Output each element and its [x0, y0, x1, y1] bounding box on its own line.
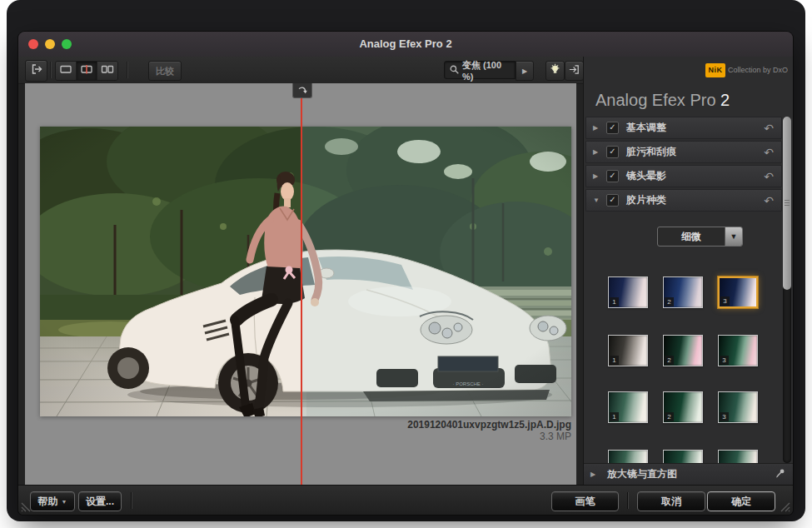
film-thumbnail-number: 3 — [720, 296, 730, 306]
panel-checkbox[interactable]: ✓ — [606, 170, 619, 182]
panel-checkbox[interactable]: ✓ — [606, 146, 619, 158]
film-thumbnail-r4-3[interactable]: 3 — [718, 450, 758, 463]
view-mode-group — [55, 61, 118, 81]
settings-label: 设置... — [86, 495, 114, 509]
ok-label: 确定 — [731, 495, 751, 509]
compare-button[interactable]: 比较 — [148, 61, 182, 81]
film-grid: 123123123123 — [584, 265, 782, 463]
chevron-right-icon[interactable]: ▶ — [593, 148, 601, 156]
sidebar-title-text: Analog Efex Pro — [595, 91, 716, 109]
reset-icon[interactable]: ↶ — [764, 195, 774, 207]
split-preview-line[interactable] — [301, 83, 302, 485]
toolbar-separator — [127, 62, 127, 78]
film-thumbnail-number: 1 — [610, 297, 619, 306]
curved-arrow-icon — [296, 83, 308, 98]
help-button[interactable]: 帮助 ▼ — [30, 491, 75, 511]
split-view-icon — [80, 62, 93, 79]
reset-icon[interactable]: ↶ — [764, 171, 774, 182]
reset-icon[interactable]: ↶ — [764, 147, 774, 158]
film-thumbnail-number: 3 — [720, 356, 729, 365]
lightbulb-icon — [549, 63, 561, 79]
chevron-right-icon[interactable]: ▶ — [593, 124, 601, 132]
film-thumbnail-number: 1 — [610, 412, 619, 421]
side-by-side-view-button[interactable] — [97, 62, 117, 80]
toolbar-separator — [50, 62, 51, 78]
film-thumbnail-r2-3[interactable]: 3 — [718, 335, 758, 366]
pin-icon[interactable] — [775, 467, 785, 482]
brush-button[interactable]: 画笔 — [551, 491, 619, 511]
film-thumbnail-r4-2[interactable]: 2 — [663, 450, 703, 463]
film-thumbnail-r1-2[interactable]: 2 — [663, 276, 703, 308]
nik-logo: NiK — [705, 63, 725, 77]
toolbar: 比较 变焦 (100 %) ▶ — [18, 57, 583, 84]
photo: · PORSCHE · — [40, 127, 571, 416]
single-view-button[interactable] — [56, 62, 77, 80]
film-thumbnail-r3-2[interactable]: 2 — [663, 391, 703, 423]
sidebar: NiK Collection by DxO Analog Efex Pro 2 … — [583, 57, 793, 485]
cancel-button[interactable]: 取消 — [637, 491, 705, 511]
image-caption: 2019120401uxvpzgtw1z5.jpA.D.jpg 3.3 MP — [407, 419, 571, 443]
settings-button[interactable]: 设置... — [78, 491, 122, 511]
resize-grip-right[interactable] — [779, 501, 791, 513]
magnifier-icon — [449, 64, 460, 77]
door-arrow-icon — [568, 63, 580, 79]
sidebar-title-version: 2 — [720, 91, 730, 109]
caret-down-icon: ▼ — [62, 499, 67, 505]
single-view-icon — [59, 62, 72, 79]
film-thumbnail-r2-1[interactable]: 1 — [608, 335, 648, 366]
side-by-side-icon — [101, 62, 114, 79]
brand-bar: NiK Collection by DxO — [584, 57, 793, 83]
app-window: Analog Efex Pro 2 — [18, 32, 793, 515]
scrollbar-grip — [785, 200, 790, 207]
panel-basic-adjustments[interactable]: ▶ ✓ 基本调整 ↶ — [585, 117, 782, 139]
resize-grip-left[interactable] — [20, 501, 32, 513]
window-title: Analog Efex Pro 2 — [18, 32, 793, 57]
footer-separator — [627, 492, 628, 509]
sidebar-title: Analog Efex Pro 2 — [595, 83, 787, 117]
zoom-label: 变焦 (100 %) — [462, 59, 515, 82]
brush-label: 画笔 — [575, 495, 595, 509]
chevron-right-icon[interactable]: ▶ — [590, 471, 599, 478]
panel-label: 镜头晕影 — [626, 169, 764, 183]
title-bar[interactable]: Analog Efex Pro 2 — [18, 32, 793, 57]
film-thumbnail-number: 2 — [665, 356, 674, 365]
panel-loupe-histogram[interactable]: ▶ 放大镜与直方图 — [584, 463, 793, 485]
export-button[interactable] — [25, 60, 47, 82]
film-thumbnail-r3-1[interactable]: 1 — [608, 391, 648, 423]
export-icon — [30, 62, 43, 79]
film-strength-dropdown[interactable]: 细微 ▼ — [657, 227, 743, 247]
film-thumbnail-number: 2 — [665, 412, 674, 421]
panel-lens-vignette[interactable]: ▶ ✓ 镜头晕影 ↶ — [585, 165, 782, 187]
split-view-button[interactable] — [77, 62, 97, 80]
split-preview-handle[interactable] — [292, 83, 312, 98]
panel-label: 胶片种类 — [626, 193, 764, 207]
panel-dirt-scratches[interactable]: ▶ ✓ 脏污和刮痕 ↶ — [585, 141, 782, 163]
film-thumbnail-r1-1[interactable]: 1 — [608, 276, 648, 308]
film-thumbnail-r2-2[interactable]: 2 — [663, 335, 703, 366]
footer-bar: 帮助 ▼ 设置... 画笔 取消 确定 — [18, 485, 793, 515]
panel-checkbox[interactable]: ✓ — [606, 122, 619, 134]
help-label: 帮助 — [38, 495, 58, 509]
film-thumbnail-r3-3[interactable]: 3 — [718, 391, 758, 423]
panel-checkbox[interactable]: ✓ — [606, 194, 619, 207]
chevron-right-icon[interactable]: ▶ — [593, 172, 601, 180]
chevron-down-icon[interactable]: ▼ — [593, 197, 601, 204]
panel-label: 脏污和刮痕 — [626, 145, 764, 159]
zoom-menu-button[interactable]: ▶ — [516, 61, 534, 81]
panel-film-type[interactable]: ▼ ✓ 胶片种类 ↶ — [585, 189, 782, 212]
film-thumbnail-r4-1[interactable]: 1 — [608, 450, 648, 463]
film-strength-value: 细微 — [658, 227, 725, 246]
film-thumbnail-number: 1 — [610, 356, 619, 365]
ok-button[interactable]: 确定 — [707, 491, 775, 511]
film-thumbnail-number: 2 — [665, 297, 674, 306]
film-thumbnail-number: 3 — [720, 412, 729, 421]
image-filename: 2019120401uxvpzgtw1z5.jpA.D.jpg — [407, 419, 571, 431]
save-exit-button[interactable] — [565, 61, 584, 81]
dropdown-arrow-icon[interactable]: ▼ — [725, 227, 742, 246]
reset-icon[interactable]: ↶ — [764, 122, 774, 134]
cancel-label: 取消 — [661, 495, 681, 509]
background-light-button[interactable] — [545, 61, 565, 81]
film-thumbnail-r1-3[interactable]: 3 — [718, 276, 758, 308]
zoom-control[interactable]: 变焦 (100 %) — [444, 61, 516, 79]
panel-label: 基本调整 — [626, 121, 764, 135]
